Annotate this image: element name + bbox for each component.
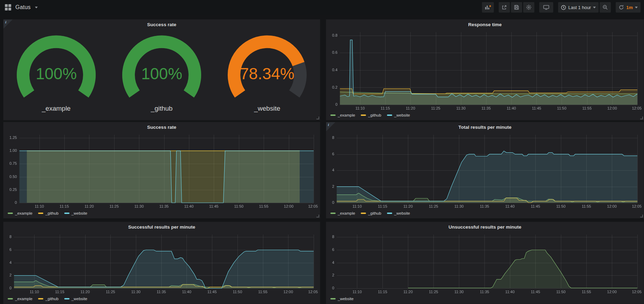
gauge-label: _website	[254, 105, 280, 112]
legend-label: _github	[368, 113, 381, 117]
legend-item-_example[interactable]: _example	[330, 211, 355, 215]
gauge-_github: 100%_github	[109, 29, 214, 118]
legend-item-_github[interactable]: _github	[38, 211, 59, 215]
legend-item-_website[interactable]: _website	[387, 211, 410, 215]
refresh-caret-icon	[635, 7, 638, 8]
save-button[interactable]	[511, 2, 522, 13]
gauge-_website: 78.34%_website	[214, 29, 320, 118]
panel-successful-results: Successful results per minute _example_g…	[3, 222, 320, 304]
panel-title[interactable]: Success rate	[3, 122, 320, 131]
legend-item-_example[interactable]: _example	[330, 113, 355, 117]
total-results-chart[interactable]	[328, 132, 642, 209]
legend-label: _website	[394, 113, 410, 117]
legend-label: _website	[338, 297, 353, 301]
time-range-caret-icon	[593, 7, 596, 8]
settings-button[interactable]	[523, 2, 534, 13]
legend-item-_website[interactable]: _website	[387, 113, 410, 117]
chart-canvas[interactable]	[328, 232, 642, 295]
panel-info-corner[interactable]: i	[3, 20, 13, 29]
refresh-icon	[619, 5, 624, 10]
share-icon	[502, 5, 507, 10]
refresh-interval-label: 1m	[626, 5, 633, 10]
successful-results-chart[interactable]	[5, 232, 319, 295]
legend-item-_github[interactable]: _github	[361, 211, 381, 215]
legend-item-_github[interactable]: _github	[361, 113, 381, 117]
legend-swatch	[330, 213, 336, 214]
gauge-label: _example	[42, 105, 71, 112]
legend-item-_website[interactable]: _website	[64, 297, 87, 301]
panel-unsuccessful-results: Unsuccessful results per minute _website	[326, 222, 644, 304]
chart-legend: _example_github_website	[330, 210, 641, 216]
chart-canvas[interactable]	[5, 132, 319, 209]
gauges-row: 100%_example100%_github78.34%_website	[3, 29, 320, 118]
legend-swatch	[387, 213, 392, 214]
panel-resize-handle[interactable]	[316, 215, 319, 217]
legend-item-_example[interactable]: _example	[8, 297, 32, 301]
gauge-value: 100%	[114, 64, 209, 83]
panel-resize-handle[interactable]	[640, 215, 643, 217]
legend-label: _example	[338, 211, 355, 215]
dashboard-caret-down-icon[interactable]	[35, 7, 38, 8]
chart-canvas[interactable]	[5, 232, 319, 295]
gear-icon	[526, 5, 532, 10]
chart-legend: _example_github_website	[8, 210, 317, 216]
panel-total-results: i Total results per minute _example_gith…	[326, 122, 644, 218]
panel-resize-handle[interactable]	[316, 117, 319, 119]
gauge-value: 100%	[9, 64, 104, 83]
legend-swatch	[38, 213, 43, 214]
panel-title[interactable]: Success rate	[3, 20, 320, 29]
cycle-view-button[interactable]	[539, 2, 553, 13]
legend-item-_example[interactable]: _example	[8, 211, 32, 215]
legend-label: _example	[338, 113, 355, 117]
panel-response-time: Response time _example_github_website	[326, 19, 644, 120]
legend-label: _website	[394, 211, 410, 215]
gauge-_example: 100%_example	[3, 29, 109, 118]
chart-legend: _example_github_website	[8, 296, 317, 302]
legend-swatch	[330, 298, 336, 299]
zoom-out-button[interactable]	[600, 2, 611, 13]
refresh-button[interactable]: 1m	[616, 2, 641, 13]
dashboard-title[interactable]: Gatus	[15, 4, 31, 10]
save-icon	[514, 5, 519, 10]
gauge-label: _github	[151, 105, 173, 112]
legend-swatch	[8, 213, 13, 214]
panel-resize-handle[interactable]	[640, 117, 643, 119]
apps-grid-icon[interactable]	[5, 4, 11, 10]
chart-canvas[interactable]	[328, 132, 642, 209]
panel-title[interactable]: Successful results per minute	[3, 222, 320, 231]
time-range-label: Last 1 hour	[568, 5, 591, 10]
top-navbar: Gatus	[0, 0, 644, 15]
legend-swatch	[361, 114, 366, 116]
panel-success-rate-timeseries: Success rate _example_github_website	[3, 122, 320, 218]
panel-title[interactable]: Response time	[326, 20, 644, 29]
monitor-icon	[543, 5, 549, 10]
legend-swatch	[8, 298, 13, 299]
legend-label: _github	[368, 211, 381, 215]
panel-info-corner[interactable]: i	[326, 122, 335, 131]
response-time-chart[interactable]	[328, 29, 642, 111]
unsuccessful-results-chart[interactable]	[328, 232, 642, 295]
legend-item-_website[interactable]: _website	[330, 297, 353, 301]
add-panel-icon	[485, 5, 491, 10]
legend-label: _website	[72, 211, 87, 215]
panel-title[interactable]: Unsuccessful results per minute	[326, 222, 644, 231]
chart-canvas[interactable]	[328, 29, 642, 111]
legend-label: _example	[15, 211, 32, 215]
legend-swatch	[330, 114, 336, 116]
time-range-button[interactable]: Last 1 hour	[558, 2, 599, 13]
legend-label: _website	[72, 297, 87, 301]
panel-title[interactable]: Total results per minute	[326, 122, 644, 131]
legend-label: _github	[45, 297, 59, 301]
gauge-value: 78.34%	[220, 64, 315, 83]
add-panel-button[interactable]	[482, 2, 494, 13]
legend-item-_website[interactable]: _website	[64, 211, 87, 215]
legend-label: _github	[45, 211, 59, 215]
legend-item-_github[interactable]: _github	[38, 297, 59, 301]
panel-success-rate-gauges: i Success rate 100%_example100%_github78…	[3, 19, 320, 120]
chart-legend: _example_github_website	[330, 112, 641, 118]
share-button[interactable]	[499, 2, 510, 13]
success-rate-chart[interactable]	[5, 132, 319, 209]
legend-swatch	[64, 213, 69, 214]
legend-swatch	[64, 298, 69, 299]
legend-swatch	[387, 114, 392, 116]
